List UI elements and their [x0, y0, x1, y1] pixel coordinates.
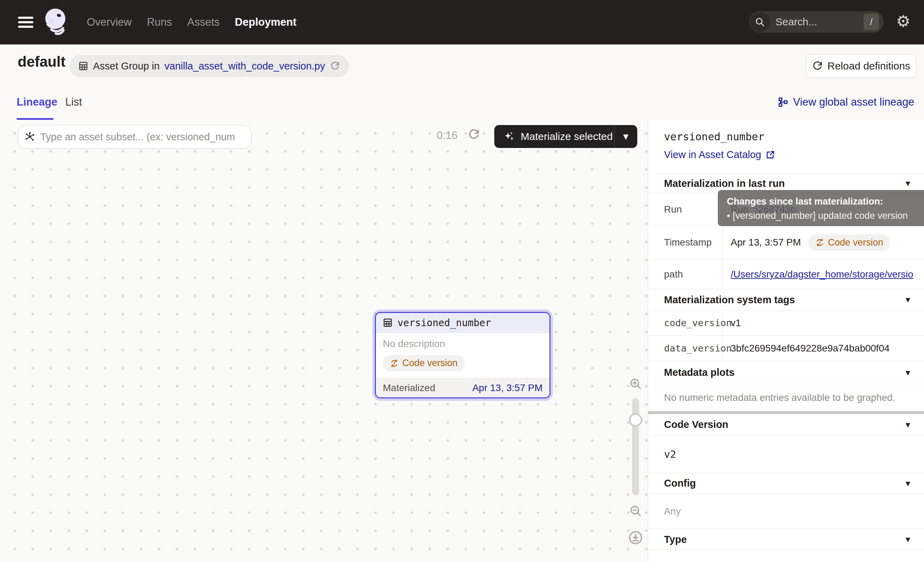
asset-group-grid-icon: [78, 61, 88, 71]
lineage-graph-icon: [778, 97, 788, 107]
search-icon: [750, 12, 770, 32]
view-global-asset-lineage-label: View global asset lineage: [793, 96, 914, 108]
row-path: path /Users/sryza/dagster_home/storage/v…: [648, 260, 924, 289]
timestamp-label: Timestamp: [648, 226, 722, 259]
panel-asset-name: versioned_number: [664, 131, 924, 143]
zoom-slider[interactable]: [632, 398, 639, 495]
nav-item-assets[interactable]: Assets: [188, 16, 220, 29]
settings-gear-icon[interactable]: ⚙: [894, 11, 913, 32]
chevron-down-icon: ▼: [906, 421, 910, 428]
table-grid-icon: [383, 318, 393, 328]
view-in-asset-catalog-label: View in Asset Catalog: [664, 149, 761, 161]
row-timestamp: Timestamp Apr 13, 3:57 PM Code version: [648, 226, 924, 260]
path-link[interactable]: /Users/sryza/dagster_home/storage/versio: [730, 269, 913, 280]
zoom-slider-handle[interactable]: [629, 413, 642, 427]
dagster-logo-icon[interactable]: [42, 6, 71, 38]
search-input[interactable]: [775, 16, 864, 28]
global-search[interactable]: /: [749, 11, 884, 33]
primary-nav: Overview Runs Assets Deployment: [87, 16, 296, 29]
tooltip-title: Changes since last materialization:: [727, 196, 924, 207]
zoom-out-icon[interactable]: [629, 504, 642, 517]
canvas-zoom-controls: [623, 377, 648, 545]
panel-section-divider: [648, 411, 924, 414]
page-header: default Asset Group in vanilla_asset_wit…: [0, 45, 924, 87]
row-code-version-tag: code_version v1: [648, 311, 924, 335]
materialize-selected-button[interactable]: Materialize selected ▼: [494, 125, 637, 148]
reload-definitions-label: Reload definitions: [828, 60, 910, 72]
data-version-key: data_version: [648, 335, 722, 361]
materialize-dropdown-caret[interactable]: ▼: [614, 132, 637, 141]
asset-node-header: versioned_number: [376, 313, 549, 333]
tooltip-bullet: • [versioned_number] updated code versio…: [727, 210, 924, 221]
code-version-value: v1: [722, 311, 924, 335]
section-type[interactable]: Type ▼: [648, 529, 924, 550]
timestamp-text: Apr 13, 3:57 PM: [730, 237, 801, 248]
code-version-current-value: v2: [648, 436, 924, 473]
nav-item-runs[interactable]: Runs: [147, 16, 172, 29]
section-title: Config: [664, 478, 696, 489]
section-title: Materialization in last run: [664, 178, 785, 189]
asset-details-panel: versioned_number View in Asset Catalog M…: [648, 120, 924, 562]
sync-alert-icon: [815, 238, 824, 247]
refresh-location-icon[interactable]: [330, 61, 340, 71]
code-location-link[interactable]: vanilla_asset_with_code_version.py: [165, 60, 325, 72]
tab-list[interactable]: List: [65, 96, 82, 108]
code-version-key: code_version: [648, 311, 722, 335]
materialized-timestamp[interactable]: Apr 13, 3:57 PM: [472, 382, 543, 394]
section-metadata-plots[interactable]: Metadata plots ▼: [648, 361, 924, 384]
chevron-down-icon: ▼: [906, 536, 910, 543]
changes-since-materialization-tooltip: Changes since last materialization: • [v…: [718, 190, 924, 226]
code-version-changed-badge: Code version: [808, 234, 890, 251]
graph-refresh-icon[interactable]: [468, 129, 480, 140]
hamburger-menu-icon[interactable]: [18, 17, 33, 28]
code-version-badge-label: Code version: [828, 237, 883, 248]
materialize-selected-label: Materialize selected: [520, 131, 614, 143]
section-title: Metadata plots: [664, 367, 735, 378]
row-data-version-tag: data_version 3bfc269594ef649228e9a74bab0…: [648, 335, 924, 361]
section-materialization-system-tags[interactable]: Materialization system tags ▼: [648, 289, 924, 311]
view-in-asset-catalog-link[interactable]: View in Asset Catalog: [664, 149, 775, 161]
asset-node-versioned-number[interactable]: versioned_number No description Code ver…: [375, 312, 550, 398]
data-version-value: 3bfc269594ef649228e9a74bab00f04: [722, 335, 924, 361]
chevron-down-icon: ▼: [906, 480, 910, 487]
section-config[interactable]: Config ▼: [648, 473, 924, 494]
reload-definitions-button[interactable]: Reload definitions: [806, 54, 916, 78]
download-image-icon[interactable]: [628, 530, 643, 545]
asset-group-badge: Asset Group in vanilla_asset_with_code_v…: [69, 55, 349, 77]
top-navbar: Overview Runs Assets Deployment / ⚙: [0, 0, 924, 45]
refresh-countdown: 0:16: [436, 129, 458, 142]
chevron-down-icon: ▼: [906, 180, 910, 187]
zoom-in-icon[interactable]: [629, 377, 642, 391]
view-global-asset-lineage-link[interactable]: View global asset lineage: [778, 96, 914, 108]
lineage-canvas[interactable]: 0:16 Materialize selected ▼: [0, 120, 648, 562]
nav-item-overview[interactable]: Overview: [87, 16, 132, 29]
asset-node-body: No description Code version: [376, 333, 549, 378]
page-title: default: [18, 54, 66, 70]
nav-item-deployment[interactable]: Deployment: [235, 16, 296, 29]
active-tab-underline: [16, 118, 54, 120]
asset-node-title: versioned_number: [398, 317, 491, 329]
dagster-app: Overview Runs Assets Deployment / ⚙ defa…: [0, 0, 924, 562]
section-title: Materialization system tags: [664, 294, 795, 306]
sync-alert-icon: [390, 359, 399, 368]
section-code-version[interactable]: Code Version ▼: [648, 414, 924, 436]
section-title: Type: [664, 534, 687, 545]
tab-lineage[interactable]: Lineage: [16, 96, 57, 108]
metadata-plots-empty-message: No numeric metadata entries available to…: [648, 384, 924, 411]
timestamp-value: Apr 13, 3:57 PM Code version: [722, 226, 924, 259]
run-label: Run: [648, 193, 722, 225]
code-version-changed-badge: Code version: [383, 355, 464, 371]
chevron-down-icon: ▼: [906, 369, 910, 376]
asset-subset-input[interactable]: [40, 131, 245, 143]
path-label: path: [648, 260, 722, 289]
asset-node-footer: Materialized Apr 13, 3:57 PM: [376, 378, 549, 397]
tabs-row: Lineage List View global asset lineage: [0, 87, 924, 120]
asset-group-label: Asset Group in: [93, 60, 160, 72]
section-title: Code Version: [664, 419, 728, 430]
chevron-down-icon: ▼: [906, 296, 910, 303]
sparkle-icon: [503, 131, 515, 143]
asset-selection-icon: [24, 131, 35, 143]
asset-subset-filter: [18, 125, 252, 149]
config-value: Any: [648, 494, 924, 529]
materialized-status-label: Materialized: [383, 382, 435, 394]
